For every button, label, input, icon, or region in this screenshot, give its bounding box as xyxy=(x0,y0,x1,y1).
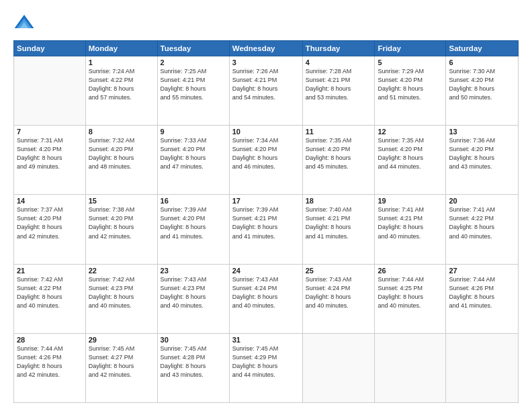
day-number: 2 xyxy=(161,58,226,66)
day-info: Sunrise: 7:28 AMSunset: 4:21 PMDaylight:… xyxy=(306,67,372,102)
day-number: 11 xyxy=(306,128,372,136)
day-number: 24 xyxy=(232,267,300,275)
day-info: Sunrise: 7:31 AMSunset: 4:20 PMDaylight:… xyxy=(17,136,83,171)
day-info: Sunrise: 7:34 AMSunset: 4:20 PMDaylight:… xyxy=(232,136,300,171)
calendar-cell: 6Sunrise: 7:30 AMSunset: 4:20 PMDaylight… xyxy=(446,56,519,126)
day-info: Sunrise: 7:41 AMSunset: 4:21 PMDaylight:… xyxy=(378,205,443,240)
calendar-cell: 20Sunrise: 7:41 AMSunset: 4:22 PMDayligh… xyxy=(446,195,519,264)
weekday-header-monday: Monday xyxy=(85,41,157,56)
day-number: 29 xyxy=(89,336,154,344)
day-number: 26 xyxy=(378,267,443,275)
calendar-cell: 19Sunrise: 7:41 AMSunset: 4:21 PMDayligh… xyxy=(375,195,446,264)
calendar-cell: 27Sunrise: 7:44 AMSunset: 4:26 PMDayligh… xyxy=(446,264,519,333)
calendar-cell: 7Sunrise: 7:31 AMSunset: 4:20 PMDaylight… xyxy=(14,126,86,195)
weekday-header-thursday: Thursday xyxy=(302,41,375,56)
day-number: 22 xyxy=(89,267,154,275)
day-number: 30 xyxy=(161,336,226,344)
day-info: Sunrise: 7:40 AMSunset: 4:21 PMDaylight:… xyxy=(306,205,372,240)
day-info: Sunrise: 7:24 AMSunset: 4:22 PMDaylight:… xyxy=(89,67,154,102)
calendar-cell: 29Sunrise: 7:45 AMSunset: 4:27 PMDayligh… xyxy=(85,333,157,402)
day-info: Sunrise: 7:45 AMSunset: 4:27 PMDaylight:… xyxy=(89,345,154,379)
calendar-cell: 16Sunrise: 7:39 AMSunset: 4:20 PMDayligh… xyxy=(157,195,229,264)
day-info: Sunrise: 7:42 AMSunset: 4:22 PMDaylight:… xyxy=(17,275,83,310)
day-number: 7 xyxy=(17,128,83,136)
day-info: Sunrise: 7:44 AMSunset: 4:25 PMDaylight:… xyxy=(378,275,443,310)
week-row-0: 1Sunrise: 7:24 AMSunset: 4:22 PMDaylight… xyxy=(14,56,519,126)
calendar-cell: 25Sunrise: 7:43 AMSunset: 4:24 PMDayligh… xyxy=(302,264,375,333)
calendar-cell xyxy=(14,56,86,126)
calendar-cell: 2Sunrise: 7:25 AMSunset: 4:21 PMDaylight… xyxy=(157,56,229,126)
day-number: 8 xyxy=(89,128,154,136)
day-info: Sunrise: 7:37 AMSunset: 4:20 PMDaylight:… xyxy=(17,205,83,240)
day-number: 10 xyxy=(232,128,300,136)
day-info: Sunrise: 7:39 AMSunset: 4:20 PMDaylight:… xyxy=(161,205,226,240)
day-info: Sunrise: 7:33 AMSunset: 4:20 PMDaylight:… xyxy=(161,136,226,171)
weekday-header-friday: Friday xyxy=(375,41,446,56)
calendar-cell: 23Sunrise: 7:43 AMSunset: 4:23 PMDayligh… xyxy=(157,264,229,333)
calendar-cell: 22Sunrise: 7:42 AMSunset: 4:23 PMDayligh… xyxy=(85,264,157,333)
calendar-cell: 4Sunrise: 7:28 AMSunset: 4:21 PMDaylight… xyxy=(302,56,375,126)
day-number: 25 xyxy=(306,267,372,275)
day-number: 17 xyxy=(232,197,300,205)
day-info: Sunrise: 7:45 AMSunset: 4:29 PMDaylight:… xyxy=(232,345,300,379)
weekday-header-tuesday: Tuesday xyxy=(157,41,229,56)
day-number: 6 xyxy=(449,58,515,66)
day-number: 21 xyxy=(17,267,83,275)
weekday-header-saturday: Saturday xyxy=(446,41,519,56)
day-info: Sunrise: 7:44 AMSunset: 4:26 PMDaylight:… xyxy=(17,345,83,379)
calendar-cell: 26Sunrise: 7:44 AMSunset: 4:25 PMDayligh… xyxy=(375,264,446,333)
day-number: 9 xyxy=(161,128,226,136)
day-number: 31 xyxy=(232,336,300,344)
calendar-cell: 24Sunrise: 7:43 AMSunset: 4:24 PMDayligh… xyxy=(229,264,302,333)
day-info: Sunrise: 7:43 AMSunset: 4:23 PMDaylight:… xyxy=(161,275,226,310)
day-number: 27 xyxy=(449,267,515,275)
calendar-cell: 18Sunrise: 7:40 AMSunset: 4:21 PMDayligh… xyxy=(302,195,375,264)
day-info: Sunrise: 7:44 AMSunset: 4:26 PMDaylight:… xyxy=(449,275,515,310)
day-info: Sunrise: 7:25 AMSunset: 4:21 PMDaylight:… xyxy=(161,67,226,102)
day-info: Sunrise: 7:41 AMSunset: 4:22 PMDaylight:… xyxy=(449,205,515,240)
week-row-4: 28Sunrise: 7:44 AMSunset: 4:26 PMDayligh… xyxy=(14,333,519,402)
calendar-cell: 13Sunrise: 7:36 AMSunset: 4:20 PMDayligh… xyxy=(446,126,519,195)
day-info: Sunrise: 7:43 AMSunset: 4:24 PMDaylight:… xyxy=(232,275,300,310)
day-number: 5 xyxy=(378,58,443,66)
day-info: Sunrise: 7:29 AMSunset: 4:20 PMDaylight:… xyxy=(378,67,443,102)
week-row-1: 7Sunrise: 7:31 AMSunset: 4:20 PMDaylight… xyxy=(14,126,519,195)
calendar-cell xyxy=(375,333,446,402)
day-number: 14 xyxy=(17,197,83,205)
calendar-cell: 31Sunrise: 7:45 AMSunset: 4:29 PMDayligh… xyxy=(229,333,302,402)
day-info: Sunrise: 7:35 AMSunset: 4:20 PMDaylight:… xyxy=(378,136,443,171)
day-number: 16 xyxy=(161,197,226,205)
weekday-header-wednesday: Wednesday xyxy=(229,41,302,56)
day-info: Sunrise: 7:43 AMSunset: 4:24 PMDaylight:… xyxy=(306,275,372,310)
calendar-cell: 10Sunrise: 7:34 AMSunset: 4:20 PMDayligh… xyxy=(229,126,302,195)
calendar-cell: 5Sunrise: 7:29 AMSunset: 4:20 PMDaylight… xyxy=(375,56,446,126)
day-number: 12 xyxy=(378,128,443,136)
day-number: 3 xyxy=(232,58,300,66)
logo xyxy=(13,12,38,34)
calendar-cell: 1Sunrise: 7:24 AMSunset: 4:22 PMDaylight… xyxy=(85,56,157,126)
calendar-cell xyxy=(302,333,375,402)
day-info: Sunrise: 7:39 AMSunset: 4:21 PMDaylight:… xyxy=(232,205,300,240)
calendar-cell: 14Sunrise: 7:37 AMSunset: 4:20 PMDayligh… xyxy=(14,195,86,264)
day-info: Sunrise: 7:36 AMSunset: 4:20 PMDaylight:… xyxy=(449,136,515,171)
week-row-3: 21Sunrise: 7:42 AMSunset: 4:22 PMDayligh… xyxy=(14,264,519,333)
day-info: Sunrise: 7:45 AMSunset: 4:28 PMDaylight:… xyxy=(161,345,226,379)
weekday-header-sunday: Sunday xyxy=(14,41,86,56)
day-info: Sunrise: 7:38 AMSunset: 4:20 PMDaylight:… xyxy=(89,205,154,240)
day-number: 15 xyxy=(89,197,154,205)
calendar-cell xyxy=(446,333,519,402)
day-number: 13 xyxy=(449,128,515,136)
day-number: 23 xyxy=(161,267,226,275)
calendar-cell: 21Sunrise: 7:42 AMSunset: 4:22 PMDayligh… xyxy=(14,264,86,333)
calendar-cell: 30Sunrise: 7:45 AMSunset: 4:28 PMDayligh… xyxy=(157,333,229,402)
weekday-header-row: SundayMondayTuesdayWednesdayThursdayFrid… xyxy=(14,41,519,56)
calendar-cell: 12Sunrise: 7:35 AMSunset: 4:20 PMDayligh… xyxy=(375,126,446,195)
day-info: Sunrise: 7:32 AMSunset: 4:20 PMDaylight:… xyxy=(89,136,154,171)
day-info: Sunrise: 7:26 AMSunset: 4:21 PMDaylight:… xyxy=(232,67,300,102)
day-number: 18 xyxy=(306,197,372,205)
day-number: 20 xyxy=(449,197,515,205)
day-number: 4 xyxy=(306,58,372,66)
day-number: 19 xyxy=(378,197,443,205)
header xyxy=(13,12,519,34)
day-info: Sunrise: 7:42 AMSunset: 4:23 PMDaylight:… xyxy=(89,275,154,310)
